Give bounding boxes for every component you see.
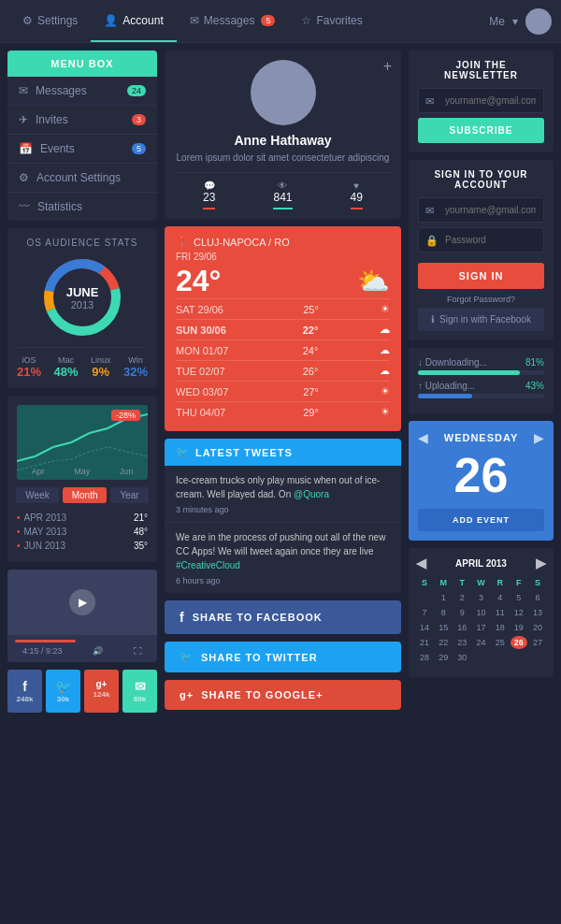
forecast-sat: SAT 29/06 25° ☀ (176, 298, 390, 319)
mini-cal-prev-button[interactable]: ◀ (416, 556, 426, 570)
cal-next-button[interactable]: ▶ (534, 430, 544, 445)
profile-views: 👁 841 (273, 180, 292, 209)
cal-day-number: 26 (418, 451, 544, 499)
legend-may: •MAY 2013 48° (17, 525, 148, 539)
video-player: ▶ 4:15 / 9:23 🔊 ⛶ (7, 570, 157, 662)
facebook-icon: f (11, 679, 38, 694)
menu-messages[interactable]: ✉ Messages 24 (7, 77, 157, 106)
profile-stats: 💬 23 👁 841 ♥ 49 (174, 172, 392, 209)
add-icon[interactable]: + (383, 58, 392, 75)
googleplus-count[interactable]: g+ 124k (84, 670, 119, 713)
forecast-mon: MON 01/07 24° ☁ (176, 339, 390, 360)
nav-favorites-label: Favorites (316, 14, 362, 27)
newsletter-title: JOIN THE NEWSLETTER (418, 60, 544, 80)
video-duration: 9:23 (46, 646, 63, 656)
volume-icon[interactable]: 🔊 (93, 646, 103, 656)
menu-statistics[interactable]: 〰 Statistics (7, 193, 157, 221)
fullscreen-icon[interactable]: ⛶ (134, 646, 142, 656)
tab-week[interactable]: Week (16, 487, 58, 503)
forecast-tue: TUE 02/07 26° ☁ (176, 360, 390, 381)
stat-mac: Mac 48% (53, 355, 78, 379)
signin-button[interactable]: SIGN IN (418, 263, 544, 289)
share-twitter-button[interactable]: 🐦 SHARE TO TWITTER (165, 642, 401, 672)
add-event-button[interactable]: ADD EVENT (418, 509, 544, 531)
menu-account-settings[interactable]: ⚙ Account Settings (7, 164, 157, 193)
menu-statistics-label: Statistics (37, 200, 82, 213)
uploading-progress-bar (418, 394, 544, 398)
twitter-count[interactable]: 🐦 30k (46, 670, 80, 713)
cloud-icon: ☁ (380, 324, 390, 336)
chart-legend: •APR 2013 21° •MAY 2013 48° •JUN 2013 35… (17, 511, 148, 553)
googleplus-icon: g+ (88, 679, 115, 689)
play-button[interactable]: ▶ (69, 589, 95, 615)
weather-date: FRI 29/06 (176, 252, 390, 262)
video-progress-bar[interactable] (15, 640, 150, 642)
audience-stats-bars: iOS 21% Mac 48% Linux 9% Win 32% (17, 347, 148, 379)
audience-stats-box: OS AUDIENCE STATS (7, 228, 157, 388)
cal-day-name: WEDNESDAY (444, 432, 519, 443)
facebook-signin-button[interactable]: ℹ Sign in with Facebook (418, 308, 544, 331)
location-icon: 📍 (176, 236, 189, 248)
signin-box: SIGN IN TO YOUR ACCOUNT ✉ 🔒 SIGN IN Forg… (409, 160, 554, 340)
mini-cal-next-button[interactable]: ▶ (536, 556, 546, 570)
tab-year[interactable]: Year (110, 487, 148, 503)
nav-account[interactable]: 👤 Account (91, 0, 176, 42)
gear-icon: ⚙ (22, 14, 33, 27)
weather-main: 24° ⛅ (176, 264, 390, 298)
nav-user[interactable]: Me ▾ (489, 8, 552, 35)
signin-email-input[interactable] (418, 197, 544, 223)
nav-favorites[interactable]: ☆ Favorites (288, 0, 375, 42)
avatar (525, 8, 552, 35)
main-content: MENU BOX ✉ Messages 24 ✈ Invites 3 📅 Eve… (0, 43, 561, 720)
facebook-icon: f (180, 610, 185, 625)
menu-invites[interactable]: ✈ Invites 3 (7, 106, 157, 135)
menu-events[interactable]: 📅 Events 5 (7, 135, 157, 164)
mini-calendar-grid: S M T W R F S 1 2 3 4 5 6 7 8 9 10 11 (416, 576, 546, 670)
email-count[interactable]: ✉ 89k (122, 670, 157, 713)
sun-icon: ☀ (381, 406, 390, 418)
facebook-count[interactable]: f 248k (7, 670, 42, 713)
nav-settings-label: Settings (37, 14, 78, 27)
stat-win: Win 32% (123, 355, 148, 379)
user-icon: 👤 (104, 14, 118, 27)
video-thumbnail: ▶ (7, 570, 157, 635)
today-cell[interactable]: 26 (511, 636, 527, 649)
googleplus-icon: g+ (180, 689, 194, 700)
chart-badge: -28% (111, 410, 140, 421)
mail-icon: ✉ (190, 14, 199, 27)
profile-name: Anne Hathaway (174, 133, 392, 148)
tweets-box: 🐦 LATEST TWEETS Ice-cream trucks only pl… (165, 439, 401, 593)
stat-linux: Linux 9% (91, 355, 111, 379)
tweet-time-1: 3 minutes ago (176, 505, 390, 514)
menu-box: MENU BOX ✉ Messages 24 ✈ Invites 3 📅 Eve… (7, 51, 157, 221)
forecast-sun: SUN 30/06 22° ☁ (176, 319, 390, 339)
forecast-thu: THU 04/07 29° ☀ (176, 401, 390, 422)
weather-forecast: SAT 29/06 25° ☀ SUN 30/06 22° ☁ MON 01/0… (176, 298, 390, 422)
tweet-text-1: Ice-cream trucks only play music when ou… (176, 473, 390, 501)
messages-badge: 5 (261, 15, 275, 26)
nav-messages-label: Messages (204, 14, 255, 27)
profile-comments: 💬 23 (203, 180, 215, 209)
nav-messages[interactable]: ✉ Messages 5 (177, 0, 289, 42)
cal-prev-button[interactable]: ◀ (418, 430, 428, 445)
donut-month: JUNE (66, 285, 99, 299)
share-facebook-button[interactable]: f SHARE TO FACEBOOK (165, 600, 401, 634)
donut-year: 2013 (66, 299, 99, 310)
paper-icon: ✈ (19, 113, 28, 126)
sun-icon: ☀ (381, 385, 390, 397)
share-googleplus-button[interactable]: g+ SHARE TO GOOGLE+ (165, 680, 401, 710)
messages-count: 24 (127, 85, 146, 96)
social-counts-row: f 248k 🐦 30k g+ 124k ✉ 89k (7, 670, 157, 713)
menu-messages-label: Messages (36, 84, 87, 97)
tweet-item-2: We are in the process of pushing out all… (165, 523, 401, 593)
left-column: MENU BOX ✉ Messages 24 ✈ Invites 3 📅 Eve… (7, 51, 157, 713)
nav-settings[interactable]: ⚙ Settings (9, 0, 91, 42)
weather-icon: ⛅ (357, 266, 390, 296)
tweet-time-2: 6 hours ago (176, 576, 390, 585)
tab-month[interactable]: Month (63, 487, 108, 503)
forgot-password-link[interactable]: Forgot Password? (418, 295, 544, 304)
profile-likes: ♥ 49 (351, 180, 363, 209)
tweet-item-1: Ice-cream trucks only play music when ou… (165, 466, 401, 523)
newsletter-email-input[interactable] (418, 88, 544, 113)
subscribe-button[interactable]: SUBSCRIBE (418, 118, 544, 143)
